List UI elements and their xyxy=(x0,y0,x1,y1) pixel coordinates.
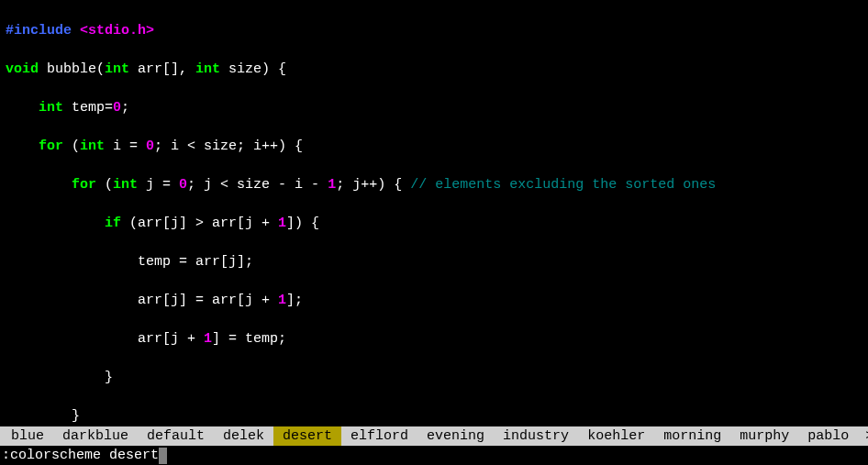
include-file: <stdio.h> xyxy=(80,23,154,39)
completion-item-industry[interactable]: industry xyxy=(494,426,578,446)
completion-item-default[interactable]: default xyxy=(138,426,214,446)
code-editor[interactable]: #include <stdio.h> void bubble(int arr[]… xyxy=(0,0,868,465)
completion-item-elflord[interactable]: elflord xyxy=(341,426,417,446)
completion-more-indicator[interactable]: > xyxy=(858,426,868,446)
cursor xyxy=(159,448,167,464)
completion-item-pablo[interactable]: pablo xyxy=(798,426,858,446)
completion-item-evening[interactable]: evening xyxy=(417,426,494,446)
preproc-directive: #include xyxy=(6,23,72,39)
command-text: :colorscheme desert xyxy=(2,446,159,465)
completion-item-koehler[interactable]: koehler xyxy=(578,426,654,446)
code-comment: // elements excluding the sorted ones xyxy=(410,177,716,193)
completion-menu[interactable]: bluedarkbluedefaultdelekdesertelflordeve… xyxy=(0,426,868,446)
completion-item-darkblue[interactable]: darkblue xyxy=(53,426,138,446)
completion-item-blue[interactable]: blue xyxy=(2,426,53,446)
completion-item-morning[interactable]: morning xyxy=(654,426,730,446)
completion-item-murphy[interactable]: murphy xyxy=(730,426,798,446)
type-void: void xyxy=(6,61,39,77)
command-line[interactable]: :colorscheme desert xyxy=(0,446,868,465)
completion-item-desert[interactable]: desert xyxy=(273,426,341,446)
completion-item-delek[interactable]: delek xyxy=(214,426,273,446)
